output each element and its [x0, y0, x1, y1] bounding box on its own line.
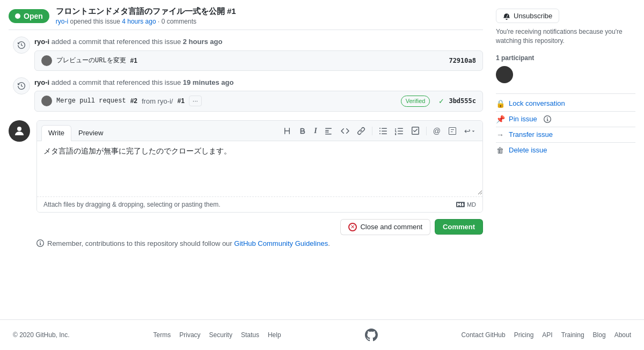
- community-guidelines-link[interactable]: GitHub Community Guidelines: [234, 239, 328, 247]
- numbered-list-icon[interactable]: [393, 126, 406, 136]
- commit-hash-2[interactable]: 3bd555c: [449, 96, 476, 106]
- tab-write[interactable]: Write: [41, 125, 71, 141]
- comment-box-container: Write Preview: [36, 120, 483, 235]
- form-actions: ✕ Close and comment Comment: [36, 219, 483, 235]
- sidebar-lock-conversation[interactable]: 🔒 Lock conversation: [496, 96, 635, 111]
- lock-label: Lock conversation: [509, 99, 565, 107]
- footer-status[interactable]: Status: [241, 331, 259, 339]
- timeline-time-1[interactable]: 2 hours ago: [183, 38, 223, 46]
- footer-terms[interactable]: Terms: [153, 331, 171, 339]
- commit-ellipsis-btn[interactable]: ···: [189, 96, 202, 106]
- attach-area: Attach files by dragging & dropping, sel…: [37, 196, 482, 212]
- copyright: © 2020 GitHub, Inc.: [13, 331, 70, 339]
- timeline-event-1: ryo-i added a commit that referenced thi…: [9, 37, 483, 71]
- issue-comments-count: 0 comments: [162, 18, 196, 25]
- commit-branch-text: from ryo-i/: [142, 96, 173, 107]
- toolbar-divider-1: [372, 127, 372, 135]
- bell-icon: [503, 12, 510, 20]
- commit-icon-2: [13, 77, 30, 94]
- footer-api[interactable]: API: [542, 331, 552, 339]
- undo-icon[interactable]: ↩: [462, 126, 478, 136]
- commit-icon-1: [13, 37, 30, 54]
- info-icon: [36, 239, 44, 247]
- footer-about[interactable]: About: [614, 331, 631, 339]
- markdown-icon: MD: [456, 200, 476, 209]
- pin-label: Pin issue: [509, 115, 537, 123]
- transfer-label: Transfer issue: [509, 130, 553, 138]
- tasklist-icon[interactable]: [409, 126, 422, 136]
- quote-icon[interactable]: [323, 126, 335, 136]
- mention-icon[interactable]: @: [431, 126, 443, 136]
- footer-training[interactable]: Training: [561, 331, 584, 339]
- commit-pr-link[interactable]: #2: [130, 96, 137, 106]
- commit-ref-left-1: プレビューのURLを変更 #1: [41, 55, 137, 66]
- commit-branch-link[interactable]: #1: [177, 96, 184, 106]
- footer-security[interactable]: Security: [209, 331, 232, 339]
- unsubscribe-label: Unsubscribe: [514, 12, 552, 20]
- commit-ref-right-2: Verified ✓ 3bd555c: [401, 96, 476, 107]
- timeline-time-2[interactable]: 19 minutes ago: [183, 78, 234, 86]
- commit-hash-1[interactable]: 72910a8: [449, 56, 476, 65]
- toolbar-icons: I: [281, 126, 478, 141]
- timeline-body-1: ryo-i added a commit that referenced thi…: [34, 37, 483, 71]
- participants-label: 1 participant: [496, 54, 635, 62]
- link-icon[interactable]: [355, 126, 368, 136]
- issue-title-wrap: フロントエンドメタ言語のファイル一式を公開 #1 ryo-i opened th…: [56, 6, 236, 25]
- sidebar-delete-issue[interactable]: 🗑 Delete issue: [496, 142, 635, 158]
- footer-help[interactable]: Help: [268, 331, 281, 339]
- sidebar-subscription: Unsubscribe You're receiving notificatio…: [496, 9, 635, 46]
- footer-privacy[interactable]: Privacy: [179, 331, 200, 339]
- comment-button[interactable]: Comment: [435, 219, 483, 235]
- timeline-event-2: ryo-i added a commit that referenced thi…: [9, 77, 483, 112]
- commit-message-2: Merge pull request: [56, 96, 126, 106]
- open-badge-label: Open: [24, 12, 43, 20]
- timeline-action-1: added a commit that referenced this issu…: [52, 38, 183, 46]
- sidebar-pin-issue[interactable]: 📌 Pin issue: [496, 111, 635, 127]
- commit-ref-box-1: プレビューのURLを変更 #1 72910a8: [34, 50, 483, 71]
- open-badge: Open: [9, 9, 49, 23]
- issue-header: Open フロントエンドメタ言語のファイル一式を公開 #1 ryo-i open…: [9, 0, 483, 30]
- code-icon[interactable]: [339, 126, 352, 136]
- notification-note: You're receiving notifications because y…: [496, 27, 635, 46]
- comment-tabs-left: Write Preview: [41, 125, 110, 141]
- issue-author-link[interactable]: ryo-i: [56, 18, 68, 25]
- participant-avatar: [496, 66, 513, 83]
- issue-title: フロントエンドメタ言語のファイル一式を公開 #1: [56, 6, 236, 17]
- sidebar-transfer-issue[interactable]: → Transfer issue: [496, 127, 635, 142]
- footer-links-left: Terms Privacy Security Status Help: [153, 331, 281, 339]
- footer-left: © 2020 GitHub, Inc.: [13, 331, 70, 339]
- unsubscribe-button[interactable]: Unsubscribe: [496, 9, 559, 23]
- timeline-user-2[interactable]: ryo-i: [34, 78, 49, 86]
- pin-icon: 📌: [496, 115, 504, 123]
- timeline-body-2: ryo-i added a commit that referenced thi…: [34, 77, 483, 112]
- bullet-list-icon[interactable]: [377, 126, 390, 136]
- heading-icon[interactable]: [281, 126, 294, 136]
- trash-icon: 🗑: [496, 146, 504, 155]
- commit-message-1: プレビューのURLを変更: [56, 56, 126, 65]
- issue-time-link[interactable]: 4 hours ago: [122, 18, 156, 25]
- comment-textarea[interactable]: [37, 141, 482, 195]
- footer: © 2020 GitHub, Inc. Terms Privacy Securi…: [0, 319, 644, 350]
- lock-icon: 🔒: [496, 99, 504, 108]
- cross-reference-icon[interactable]: [446, 126, 459, 136]
- info-small-icon: [544, 115, 551, 123]
- commit-ref-box-2: Merge pull request #2 from ryo-i/ #1 ···…: [34, 91, 483, 112]
- comment-form-wrapper: Write Preview: [9, 120, 483, 235]
- close-issue-icon: ✕: [348, 223, 357, 231]
- footer-pricing[interactable]: Pricing: [514, 331, 534, 339]
- commit-issue-link-1[interactable]: #1: [130, 56, 137, 65]
- open-dot: [15, 13, 20, 19]
- footer-contact[interactable]: Contact GitHub: [462, 331, 506, 339]
- tab-preview[interactable]: Preview: [71, 125, 110, 141]
- delete-label: Delete issue: [509, 146, 547, 154]
- footer-blog[interactable]: Blog: [593, 331, 606, 339]
- commit-ref-left-2: Merge pull request #2 from ryo-i/ #1 ···: [41, 96, 202, 106]
- close-and-comment-button[interactable]: ✕ Close and comment: [340, 219, 430, 235]
- italic-icon[interactable]: I: [312, 126, 319, 136]
- timeline-action-2: added a commit that referenced this issu…: [52, 78, 183, 86]
- timeline-user-1[interactable]: ryo-i: [34, 38, 49, 46]
- current-user-avatar: [9, 120, 30, 142]
- bold-icon[interactable]: [297, 126, 309, 136]
- sidebar: Unsubscribe You're receiving notificatio…: [496, 0, 635, 319]
- comment-box: Write Preview: [36, 120, 483, 213]
